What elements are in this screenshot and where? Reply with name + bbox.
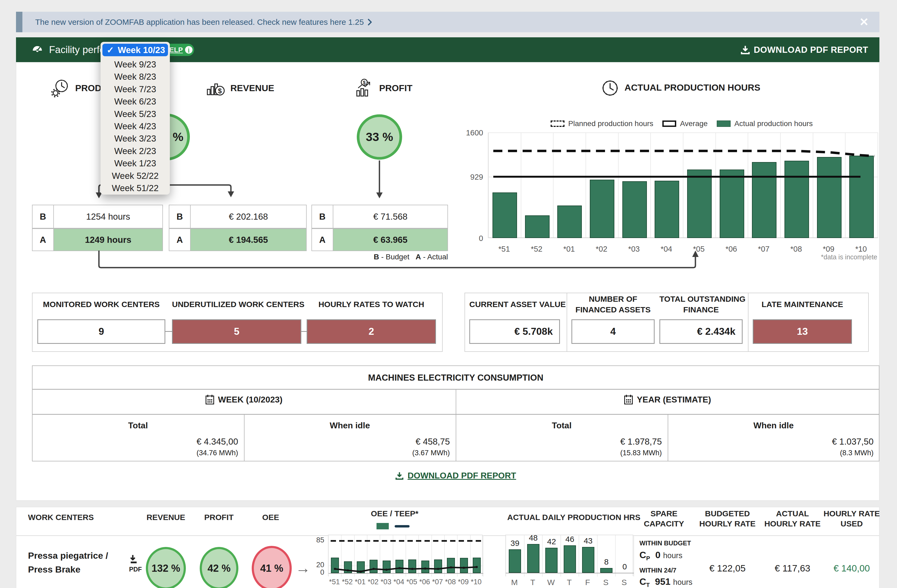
week-option-selected[interactable]: ✓ Week 10/23 bbox=[103, 44, 168, 56]
week-option[interactable]: Week 3/23 bbox=[101, 133, 170, 145]
week-option[interactable]: Week 2/23 bbox=[101, 145, 170, 157]
week-option[interactable]: Week 4/23 bbox=[101, 120, 170, 133]
week-option[interactable]: Week 7/23 bbox=[101, 83, 170, 95]
profit-percent-circle: 33 % bbox=[357, 115, 402, 160]
week-option[interactable]: Week 51/22 bbox=[101, 182, 170, 194]
week-selector-dropdown[interactable]: ✓ Week 10/23 Week 9/23Week 8/23Week 7/23… bbox=[101, 42, 170, 195]
week-option[interactable]: Week 52/22 bbox=[101, 170, 170, 182]
week-option[interactable]: Week 9/23 bbox=[101, 58, 170, 71]
profit-percent: 33 % bbox=[366, 130, 393, 144]
check-icon: ✓ bbox=[107, 45, 114, 55]
week-option[interactable]: Week 1/23 bbox=[101, 157, 170, 170]
week-option[interactable]: Week 8/23 bbox=[101, 71, 170, 83]
week-option[interactable]: Week 6/23 bbox=[101, 95, 170, 108]
week-option[interactable]: Week 5/23 bbox=[101, 108, 170, 120]
selected-week-label: Week 10/23 bbox=[118, 45, 165, 55]
